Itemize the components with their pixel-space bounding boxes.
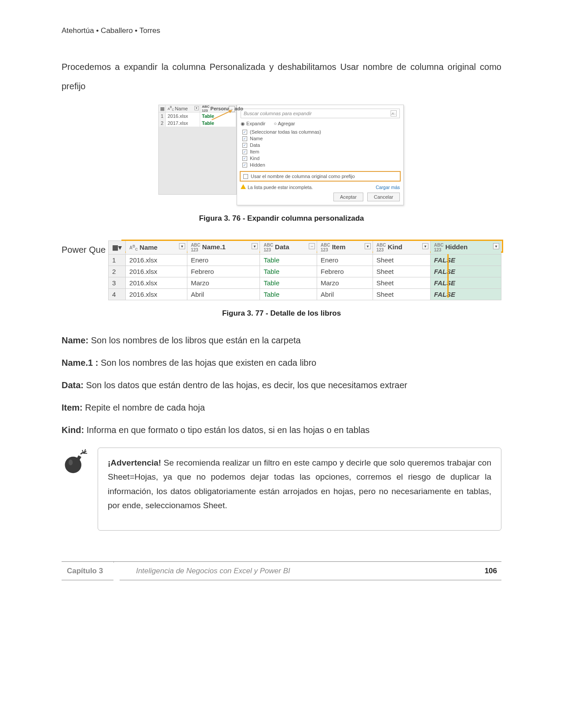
cell-name1: Febrero (187, 266, 260, 277)
desc-data-text: Son los datos que están dentro de las ho… (84, 380, 407, 390)
cell-data[interactable]: Table (260, 255, 317, 266)
column-header-personalizado-label: Personalizado (210, 106, 243, 111)
cell-name: 2016.xlsx (126, 255, 187, 266)
select-all-label: (Seleccionar todas las columnas) (250, 129, 321, 135)
dropdown-icon[interactable]: ▾ (194, 106, 199, 110)
row-index: 2 (159, 120, 166, 127)
desc-data-label: Data: (62, 380, 84, 390)
cell-data[interactable]: Table (260, 266, 317, 277)
table-corner-icon[interactable]: ▦ (159, 105, 166, 112)
cell-hidden: FALSE (430, 266, 501, 277)
cell-item: Abril (317, 289, 373, 300)
footer-title: Inteligencia de Negocios con Excel y Pow… (114, 567, 484, 575)
warning-triangle-icon (241, 184, 246, 189)
fig76-data-grid: ▦ ABC Name ▾ ABC123 Personalizado ↔ 1 20… (158, 105, 237, 195)
bomb-icon (62, 448, 90, 477)
svg-point-1 (69, 459, 73, 465)
prefix-checkbox-label: Usar el nombre de columna original como … (251, 174, 355, 179)
column-header-name1[interactable]: ABC123Name.1▾ (187, 241, 260, 255)
cell-name: 2017.xlsx (166, 120, 200, 127)
column-header-hidden[interactable]: ABC123Hidden▾ (430, 241, 501, 255)
cell-name: 2016.xlsx (126, 289, 187, 300)
row-index: 2 (109, 266, 126, 277)
figure-77: ▦▾ ABCName▾ ABC123Name.1▾ ABC123Data↔ AB… (108, 240, 501, 300)
cell-name1: Abril (187, 289, 260, 300)
use-original-prefix-row[interactable]: ✓ Usar el nombre de columna original com… (240, 171, 401, 182)
cell-name1: Enero (187, 255, 260, 266)
sort-icon[interactable]: A↓ (391, 110, 397, 116)
table-row: 22016.xlsxFebreroTableFebreroSheetFALSE (109, 266, 501, 277)
column-header-name[interactable]: ABC Name ▾ (166, 105, 200, 112)
table-row: 42016.xlsxAbrilTableAbrilSheetFALSE (109, 289, 501, 300)
desc-item-label: Item: (62, 403, 83, 412)
checkbox-icon[interactable]: ✓ (243, 174, 248, 179)
checkbox-icon[interactable]: ✓ (242, 163, 247, 167)
row-index: 1 (159, 113, 166, 120)
checkbox-icon[interactable]: ✓ (242, 130, 247, 135)
cell-kind: Sheet (373, 255, 430, 266)
cell-name1: Marzo (187, 277, 260, 289)
warn-text: La lista puede estar incompleta. (248, 185, 313, 190)
cell-kind: Sheet (373, 266, 430, 277)
option-label: Data (250, 142, 260, 148)
radio-agregar[interactable]: ○ Agregar (274, 121, 295, 126)
footer-page-number: 106 (485, 567, 501, 575)
cell-item: Enero (317, 255, 373, 266)
cell-kind: Sheet (373, 289, 430, 300)
footer-chapter: Capítulo 3 (62, 562, 114, 580)
cell-name: 2016.xlsx (126, 277, 187, 289)
desc-name-text: Son los nombres de los libros que están … (88, 335, 301, 345)
cell-name: 2016.xlsx (166, 113, 200, 120)
dropdown-icon[interactable]: ▾ (252, 243, 258, 249)
row-index: 1 (109, 255, 126, 266)
desc-name-label: Name: (62, 335, 88, 345)
cell-item: Febrero (317, 266, 373, 277)
table-corner-icon[interactable]: ▦▾ (109, 241, 126, 255)
cell-kind: Sheet (373, 277, 430, 289)
radio-expandir[interactable]: ◉ Expandir (241, 121, 265, 126)
cell-hidden: FALSE (430, 289, 501, 300)
running-header: Atehortúa • Caballero • Torres (62, 26, 501, 35)
checkbox-icon[interactable]: ✓ (242, 156, 247, 161)
figure-76-caption: Figura 3. 76 - Expandir columna personal… (62, 214, 501, 223)
warning-text: Se recomienda realizar un filtro en este… (108, 458, 491, 510)
row-index: 3 (109, 277, 126, 289)
cancel-button[interactable]: Cancelar (367, 193, 400, 201)
column-header-data[interactable]: ABC123Data↔ (260, 241, 317, 255)
desc-kind-label: Kind: (62, 425, 84, 435)
intro-paragraph: Procedemos a expandir la columna Persona… (62, 57, 501, 96)
cell-personalizado[interactable]: Table (200, 120, 236, 127)
figure-76: ▦ ABC Name ▾ ABC123 Personalizado ↔ 1 20… (158, 105, 405, 205)
dropdown-icon[interactable]: ▾ (493, 243, 499, 249)
expand-icon[interactable]: ↔ (309, 243, 315, 249)
option-label: Name (250, 136, 263, 141)
column-header-name[interactable]: ABCName▾ (126, 241, 187, 255)
dropdown-icon[interactable]: ▾ (422, 243, 428, 249)
table-row: 12016.xlsxEneroTableEneroSheetFALSE (109, 255, 501, 266)
dropdown-icon[interactable]: ▾ (179, 243, 185, 249)
checkbox-icon[interactable]: ✓ (242, 143, 247, 148)
expand-column-popup: Buscar columnas para expandir A↓ ◉ Expan… (237, 105, 404, 205)
option-label: Hidden (250, 162, 265, 167)
page-footer: Capítulo 3 Inteligencia de Negocios con … (62, 561, 501, 580)
warning-box: ¡Advertencia! Se recomienda realizar un … (98, 448, 501, 531)
column-header-name-label: Name (175, 106, 188, 111)
search-columns-input[interactable]: Buscar columnas para expandir A↓ (241, 109, 400, 118)
cell-data[interactable]: Table (260, 277, 317, 289)
cell-name: 2016.xlsx (126, 266, 187, 277)
cell-item: Marzo (317, 277, 373, 289)
truncated-text-power-query: Power Que (62, 240, 106, 255)
accept-button[interactable]: Aceptar (333, 193, 363, 201)
column-header-kind[interactable]: ABC123Kind▾ (373, 241, 430, 255)
warning-label: ¡Advertencia! (108, 458, 161, 467)
option-label: Kind (250, 156, 260, 161)
option-label: Item (250, 149, 259, 154)
dropdown-icon[interactable]: ▾ (365, 243, 371, 249)
checkbox-icon[interactable]: ✓ (242, 136, 247, 141)
checkbox-icon[interactable]: ✓ (242, 149, 247, 154)
figure-77-caption: Figura 3. 77 - Detalle de los libros (62, 309, 501, 318)
load-more-link[interactable]: Cargar más (376, 185, 400, 190)
cell-data[interactable]: Table (260, 289, 317, 300)
table-row: 32016.xlsxMarzoTableMarzoSheetFALSE (109, 277, 501, 289)
column-header-item[interactable]: ABC123Item▾ (317, 241, 373, 255)
